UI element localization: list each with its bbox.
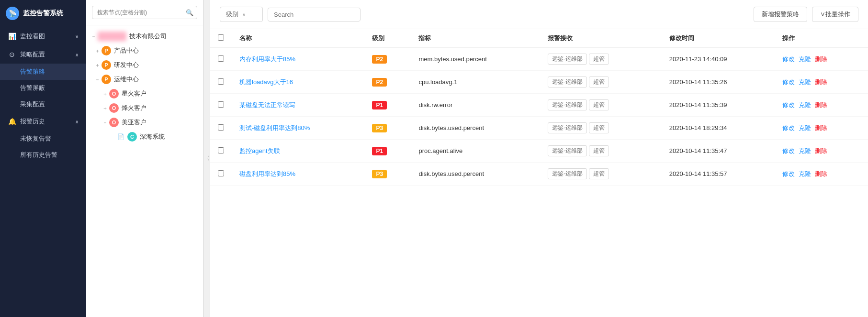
action-克隆[interactable]: 克隆	[799, 147, 811, 154]
name-link[interactable]: 磁盘利用率达到85%	[239, 170, 295, 177]
expand-fire[interactable]: ＋	[101, 105, 108, 111]
expand-star[interactable]: ＋	[101, 90, 108, 97]
action-修改[interactable]: 修改	[782, 147, 795, 154]
tree-node-star[interactable]: ＋ O 星火客户	[86, 87, 203, 101]
sidebar-label-monitor: 监控看图	[20, 32, 45, 41]
row-checkbox[interactable]	[218, 147, 224, 153]
table-row: 内存利用率大于85%P2mem.bytes.used.percent远鉴-运维部…	[210, 48, 868, 71]
main-content: 级别 ∨ 新增报警策略 ∨批量操作 名称 级别 指标 报警接收 修改时间 操作	[210, 0, 868, 317]
row-checkbox-cell	[210, 117, 232, 140]
action-修改[interactable]: 修改	[782, 78, 795, 86]
tree-node-fire[interactable]: ＋ O 烽火客户	[86, 101, 203, 115]
expand-research[interactable]: ＋	[94, 62, 101, 68]
history-icon: 🔔	[8, 117, 16, 126]
select-all-checkbox[interactable]	[218, 34, 224, 41]
expand-product[interactable]: ＋	[94, 47, 101, 54]
action-删除[interactable]: 删除	[815, 101, 827, 109]
row-checkbox[interactable]	[218, 170, 224, 176]
tree-search-input[interactable]	[92, 6, 197, 19]
add-strategy-button[interactable]: 新增报警策略	[754, 7, 807, 22]
tree-node-ops[interactable]: － P 运维中心	[86, 72, 203, 87]
row-modified: 2020-10-14 18:29:34	[662, 117, 775, 140]
row-checkbox[interactable]	[218, 101, 224, 108]
header-metric: 指标	[411, 29, 540, 48]
tree-body: － 技术有限公司 ＋ P 产品中心 ＋ P 研发中心 － P 运维中心 ＋ O …	[86, 25, 203, 317]
row-checkbox[interactable]	[218, 55, 224, 62]
action-克隆[interactable]: 克隆	[799, 55, 811, 63]
node-label-company: 技术有限公司	[129, 32, 167, 41]
name-link[interactable]: 内存利用率大于85%	[239, 55, 295, 63]
tree-node-shenhai[interactable]: · 📄 C 深海系统	[86, 130, 203, 144]
receiver-tag: 远鉴-运维部	[548, 122, 587, 133]
collapse-tab[interactable]: 〈	[203, 0, 210, 317]
name-link[interactable]: 某磁盘无法正常读写	[239, 101, 295, 109]
tree-node-meiya[interactable]: － O 美亚客户	[86, 115, 203, 130]
row-actions: 修改克隆删除	[775, 163, 868, 186]
batch-operation-button[interactable]: ∨批量操作	[812, 7, 858, 22]
action-克隆[interactable]: 克隆	[799, 124, 811, 131]
receiver-tag: 远鉴-运维部	[548, 168, 587, 179]
table-row: 磁盘利用率达到85%P3disk.bytes.used.percent远鉴-运维…	[210, 163, 868, 186]
monitor-icon: 📊	[8, 32, 16, 41]
tree-search-wrap: 🔍	[92, 6, 197, 19]
sidebar-item-all-history[interactable]: 所有历史告警	[0, 147, 86, 163]
action-克隆[interactable]: 克隆	[799, 170, 811, 177]
monitor-arrow: ∨	[75, 34, 79, 39]
badge-shenhai: C	[127, 132, 137, 142]
expand-company[interactable]: －	[90, 33, 97, 40]
search-input[interactable]	[268, 8, 361, 22]
action-修改[interactable]: 修改	[782, 170, 795, 177]
header-checkbox-cell	[210, 29, 232, 48]
level-badge: P2	[372, 55, 387, 64]
action-删除[interactable]: 删除	[815, 147, 827, 154]
row-checkbox-cell	[210, 163, 232, 186]
action-删除[interactable]: 删除	[815, 124, 827, 131]
action-删除[interactable]: 删除	[815, 170, 827, 177]
tree-node-research[interactable]: ＋ P 研发中心	[86, 58, 203, 72]
row-checkbox[interactable]	[218, 124, 224, 131]
app-title: 监控告警系统	[23, 9, 63, 18]
receiver-tag: 超管	[589, 99, 609, 110]
level-select[interactable]: 级别 ∨	[220, 7, 263, 22]
action-克隆[interactable]: 克隆	[799, 101, 811, 109]
level-badge: P1	[372, 101, 387, 109]
row-name: 内存利用率大于85%	[232, 48, 364, 71]
level-badge: P2	[372, 78, 387, 87]
node-label-shenhai: 深海系统	[140, 132, 165, 141]
name-link[interactable]: 测试-磁盘利用率达到80%	[239, 124, 310, 131]
action-修改[interactable]: 修改	[782, 55, 795, 63]
level-badge: P3	[372, 124, 387, 132]
expand-ops[interactable]: －	[94, 76, 101, 83]
expand-meiya[interactable]: －	[101, 119, 108, 126]
sidebar-item-collect[interactable]: 采集配置	[0, 96, 86, 112]
receiver-tag: 远鉴-运维部	[548, 99, 587, 110]
action-删除[interactable]: 删除	[815, 55, 827, 63]
sidebar-item-monitor[interactable]: 📊 监控看图 ∨	[0, 27, 86, 45]
sidebar-item-strategy[interactable]: ⊙ 策略配置 ∧	[0, 45, 86, 64]
action-删除[interactable]: 删除	[815, 78, 827, 86]
name-link[interactable]: 监控agent失联	[239, 147, 280, 154]
label-all-history: 所有历史告警	[20, 151, 57, 158]
row-name: 测试-磁盘利用率达到80%	[232, 117, 364, 140]
table-row: 测试-磁盘利用率达到80%P3disk.bytes.used.percent远鉴…	[210, 117, 868, 140]
sidebar-item-alert-strategy[interactable]: 告警策略	[0, 64, 86, 80]
name-link[interactable]: 机器loadavg大于16	[239, 78, 293, 86]
sidebar-menu: 📊 监控看图 ∨ ⊙ 策略配置 ∧ 告警策略 告警屏蔽 采集配置 🔔 报警历史 …	[0, 27, 86, 317]
strategy-table: 名称 级别 指标 报警接收 修改时间 操作 内存利用率大于85%P2mem.by…	[210, 29, 868, 186]
tree-node-company[interactable]: － 技术有限公司	[86, 29, 203, 44]
badge-star: O	[109, 89, 119, 98]
action-修改[interactable]: 修改	[782, 101, 795, 109]
company-badge	[98, 32, 126, 41]
tree-node-product[interactable]: ＋ P 产品中心	[86, 44, 203, 58]
action-克隆[interactable]: 克隆	[799, 78, 811, 86]
action-修改[interactable]: 修改	[782, 124, 795, 131]
level-select-label: 级别	[226, 10, 238, 19]
table-row: 某磁盘无法正常读写P1disk.rw.error远鉴-运维部超管2020-10-…	[210, 94, 868, 117]
sidebar-item-unrecovered[interactable]: 未恢复告警	[0, 131, 86, 147]
table-row: 机器loadavg大于16P2cpu.loadavg.1远鉴-运维部超管2020…	[210, 71, 868, 94]
strategy-arrow: ∧	[75, 52, 79, 57]
row-checkbox[interactable]	[218, 78, 224, 85]
sidebar-item-alert-shield[interactable]: 告警屏蔽	[0, 80, 86, 96]
row-receivers: 远鉴-运维部超管	[540, 163, 662, 186]
sidebar-item-history[interactable]: 🔔 报警历史 ∧	[0, 112, 86, 131]
